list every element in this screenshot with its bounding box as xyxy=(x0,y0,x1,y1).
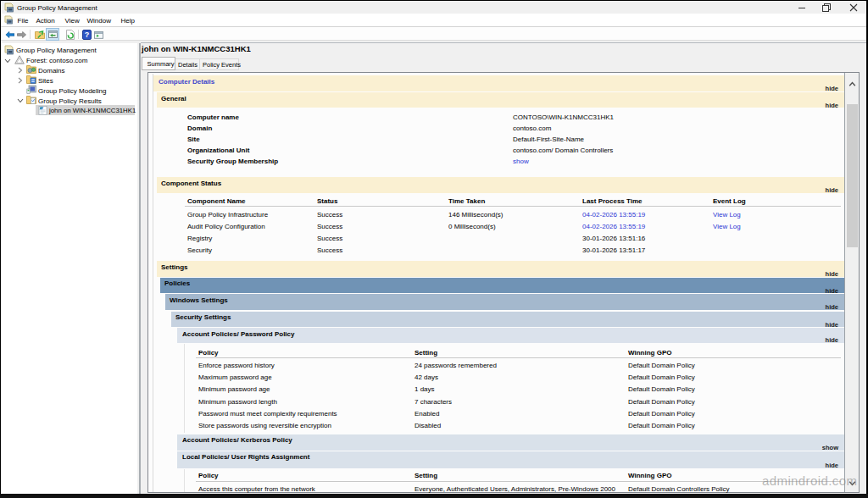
svg-text:?: ? xyxy=(85,30,90,39)
